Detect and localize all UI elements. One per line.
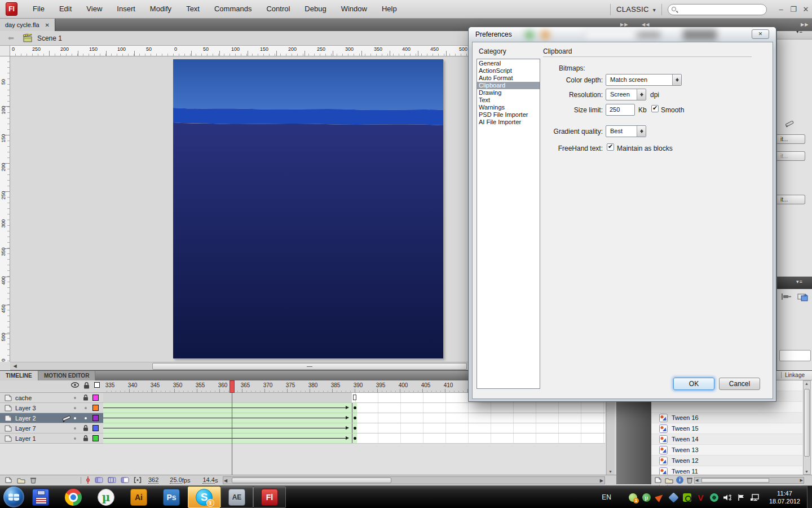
- layer-track-layer-3[interactable]: [103, 403, 605, 413]
- layer-row-cache[interactable]: cache: [0, 393, 103, 403]
- layer-track-layer-1[interactable]: [103, 433, 605, 444]
- stepper-arrows-icon[interactable]: [637, 89, 646, 100]
- library-vertical-scrollbar[interactable]: ▲ ▼: [803, 380, 811, 475]
- tab-close-icon[interactable]: ✕: [45, 22, 50, 28]
- playhead-marker[interactable]: [230, 380, 235, 393]
- volume-icon[interactable]: [723, 493, 732, 502]
- scroll-right-icon[interactable]: ▶: [600, 478, 603, 484]
- layer-lock-icon[interactable]: [83, 425, 89, 431]
- layer-row-layer-2[interactable]: Layer 2: [0, 413, 103, 423]
- empty-keyframe[interactable]: [353, 395, 356, 400]
- new-symbol-icon[interactable]: [654, 476, 662, 484]
- workspace-switcher[interactable]: CLASSIC: [616, 5, 656, 14]
- library-item-tween-16[interactable]: Tween 16: [651, 413, 802, 423]
- stage-canvas[interactable]: [173, 59, 443, 358]
- layer-visibility-dot[interactable]: [74, 437, 76, 440]
- size-limit-input[interactable]: 250: [606, 104, 635, 116]
- library-item-tween-14[interactable]: Tween 14: [651, 434, 802, 445]
- keyframe[interactable]: [352, 423, 357, 433]
- static-span[interactable]: [103, 393, 352, 402]
- red-v-tray-icon[interactable]: V: [696, 493, 705, 502]
- scroll-left-icon[interactable]: ◀: [224, 478, 227, 484]
- tween-span[interactable]: [103, 433, 352, 443]
- scroll-up-icon[interactable]: ▲: [805, 382, 809, 386]
- linkage-search-input[interactable]: [779, 350, 811, 361]
- dialog-close-button[interactable]: ✕: [752, 29, 769, 39]
- layer-outline-swatch[interactable]: [92, 425, 99, 431]
- menu-view[interactable]: View: [79, 0, 109, 18]
- smooth-checkbox[interactable]: [651, 105, 659, 112]
- keyframe[interactable]: [352, 403, 357, 413]
- show-desktop-button[interactable]: [807, 486, 812, 508]
- layer-lock-dot[interactable]: [85, 407, 87, 409]
- taskbar-item-photoshop[interactable]: Ps: [155, 486, 188, 508]
- taskbar-item-floppy[interactable]: [24, 486, 57, 508]
- scroll-left-icon[interactable]: ◀: [11, 363, 19, 370]
- layer-outline-swatch[interactable]: [92, 395, 99, 401]
- layer-lock-icon[interactable]: [83, 435, 89, 441]
- color-depth-select[interactable]: Match screen: [606, 74, 682, 86]
- keyframe[interactable]: [352, 413, 357, 423]
- onion-skin-outlines-icon[interactable]: [108, 476, 116, 484]
- delete-item-icon[interactable]: [686, 476, 693, 484]
- center-frame-icon[interactable]: [86, 476, 90, 484]
- resolution-select[interactable]: Screen: [606, 89, 646, 100]
- timeline-vertical-scrollbar[interactable]: [606, 393, 615, 475]
- layer-lock-dot[interactable]: [85, 417, 87, 419]
- back-arrow-icon[interactable]: ⬅: [8, 34, 14, 42]
- layer-name[interactable]: cache: [15, 395, 32, 401]
- taskbar-item-illustrator[interactable]: Ai: [122, 486, 155, 508]
- utorrent-tray-icon[interactable]: µ: [642, 493, 651, 502]
- timeline-horizontal-scrollbar[interactable]: ◀ ▶: [223, 476, 605, 484]
- taskbar-item-utorrent[interactable]: µ: [90, 486, 122, 508]
- tween-span[interactable]: [103, 403, 352, 413]
- layer-track-layer-2[interactable]: [103, 413, 605, 423]
- new-layer-icon[interactable]: [5, 476, 12, 484]
- layer-outline-swatch[interactable]: [92, 435, 99, 441]
- scroll-right-icon[interactable]: ▶: [800, 478, 803, 483]
- start-button[interactable]: [3, 487, 24, 507]
- antivirus-tray-icon[interactable]: [709, 493, 719, 502]
- menu-commands[interactable]: Commands: [207, 0, 259, 18]
- tween-span[interactable]: [103, 423, 352, 433]
- edit-button-partial[interactable]: it...: [777, 151, 805, 161]
- layer-track-layer-7[interactable]: [103, 423, 605, 433]
- ok-button[interactable]: OK: [673, 378, 714, 390]
- pin-icon[interactable]: [782, 292, 792, 301]
- lock-layers-icon[interactable]: [83, 382, 90, 389]
- layer-visibility-dot[interactable]: [74, 407, 76, 409]
- menu-file[interactable]: File: [25, 0, 52, 18]
- menu-text[interactable]: Text: [179, 0, 207, 18]
- edit-multiple-frames-icon[interactable]: [121, 476, 129, 484]
- category-actionscript[interactable]: ActionScript: [477, 67, 540, 75]
- dialog-title-bar[interactable]: [469, 27, 776, 42]
- layer-name[interactable]: Layer 3: [15, 405, 36, 411]
- menu-debug[interactable]: Debug: [297, 0, 333, 18]
- library-item-tween-15[interactable]: Tween 15: [651, 423, 802, 434]
- library-item-tween-12[interactable]: Tween 12: [651, 456, 802, 466]
- onion-skin-icon[interactable]: [95, 476, 103, 484]
- edit-button-partial[interactable]: it...: [777, 134, 805, 144]
- menu-help[interactable]: Help: [374, 0, 404, 18]
- document-tab[interactable]: day cycle.fla ✕: [0, 19, 55, 31]
- menu-modify[interactable]: Modify: [143, 0, 179, 18]
- current-frame-value[interactable]: 362: [148, 476, 158, 484]
- layer-visibility-dot[interactable]: [74, 427, 76, 430]
- scrollbar-thumb[interactable]: [804, 389, 810, 457]
- item-properties-icon[interactable]: i: [676, 476, 683, 484]
- scrollbar-thumb[interactable]: [152, 363, 467, 370]
- search-input[interactable]: [679, 5, 764, 14]
- new-folder-icon[interactable]: [17, 477, 25, 484]
- taskbar-clock[interactable]: 11:47 18.07.2012: [769, 489, 800, 505]
- snipping-tool-tray-icon[interactable]: [669, 493, 678, 502]
- swap-symbol-icon[interactable]: [797, 292, 809, 301]
- new-folder-icon[interactable]: [665, 477, 673, 484]
- layer-name[interactable]: Layer 1: [15, 435, 36, 442]
- outline-layers-icon[interactable]: [94, 382, 100, 388]
- edit-button-partial[interactable]: it...: [777, 195, 805, 204]
- panel-menu-icon[interactable]: [796, 279, 809, 286]
- cancel-button[interactable]: Cancel: [719, 378, 760, 390]
- search-box[interactable]: [668, 4, 767, 15]
- stepper-arrows-icon[interactable]: [672, 75, 681, 85]
- taskbar-item-skype[interactable]: S 1: [188, 487, 220, 508]
